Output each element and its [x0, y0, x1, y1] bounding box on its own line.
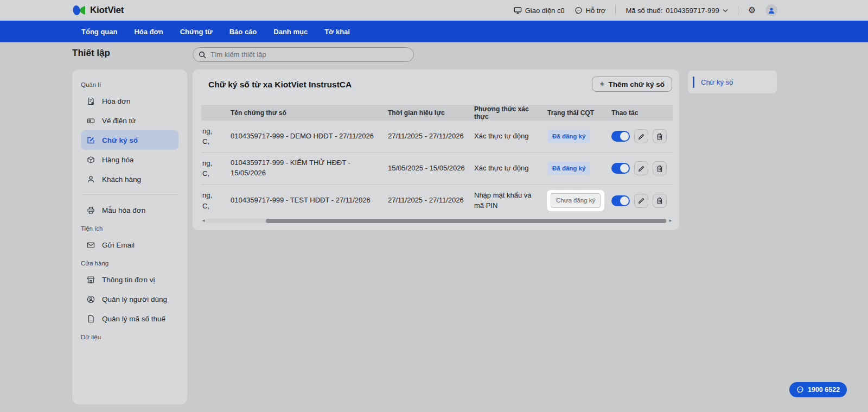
sidebar-item-ve-dien-tu[interactable]: Vé điện tử: [81, 111, 178, 130]
support-label: Hỗ trợ: [586, 7, 606, 15]
sidebar-item-chu-ky-so[interactable]: Chữ ký số: [81, 130, 178, 150]
enable-toggle[interactable]: [611, 131, 630, 142]
tax-document-icon: [86, 314, 95, 323]
sidebar-section-data: Dữ liệu: [81, 334, 178, 340]
brand-logo[interactable]: KiotViet: [72, 0, 124, 21]
row-actions: [611, 129, 673, 143]
table-header-row: Tên chứng thư số Thời gian hiệu lực Phươ…: [201, 105, 673, 121]
edit-button[interactable]: [634, 161, 648, 175]
clipped-cell: ng, C,: [201, 190, 231, 211]
anchor-active-bar: [693, 77, 694, 88]
sidebar-item-label: Gửi Email: [102, 241, 135, 249]
anchor-nav-panel: Chữ ký số: [688, 71, 777, 93]
top-header-bar: KiotViet Giao diện cũ: [0, 0, 868, 21]
edit-button[interactable]: [634, 129, 648, 143]
chat-icon: [796, 386, 804, 394]
sidebar-section-utilities: Tiện ích: [81, 225, 178, 232]
package-icon: [86, 155, 95, 164]
horizontal-scrollbar: ◄ ►: [201, 218, 673, 224]
sidebar-item-label: Mẫu hóa đơn: [102, 206, 145, 214]
hotline-number: 1900 6522: [808, 386, 840, 394]
cqt-status: Chưa đăng ký: [547, 191, 611, 211]
search-icon: [199, 51, 206, 59]
page-title: Thiết lập: [72, 48, 110, 59]
col-actions: Thao tác: [611, 109, 673, 117]
sidebar-item-khach-hang[interactable]: Khách hàng: [81, 169, 178, 189]
search-input[interactable]: [210, 50, 408, 59]
row-actions: [611, 161, 673, 175]
settings-search: [193, 47, 414, 62]
sidebar-item-hoa-don[interactable]: Hóa đơn: [81, 91, 178, 111]
auth-method: Xác thực tự động: [474, 131, 547, 142]
screen: KiotViet Giao diện cũ: [0, 0, 868, 412]
edit-button[interactable]: [634, 194, 648, 208]
old-interface-label: Giao diện cũ: [525, 7, 565, 15]
cqt-status: Đã đăng ký: [547, 162, 611, 175]
certificate-name: 0104359717-999 - DEMO HĐĐT - 27/11/2026: [231, 131, 388, 142]
nav-hoa-don[interactable]: Hóa đơn: [134, 28, 163, 36]
nav-tong-quan[interactable]: Tổng quan: [81, 28, 117, 36]
sidebar-item-label: Quản lý người dùng: [102, 295, 167, 303]
kiotviet-logo-icon: [72, 4, 86, 17]
tax-code-label: Mã số thuế:: [626, 7, 662, 15]
avatar[interactable]: [765, 4, 777, 16]
support-hotline-button[interactable]: 1900 6522: [789, 382, 847, 397]
sidebar-item-label: Chữ ký số: [102, 136, 138, 144]
support-link[interactable]: Hỗ trợ: [575, 7, 606, 15]
sidebar-item-label: Vé điện tử: [102, 117, 136, 125]
scroll-right-arrow[interactable]: ►: [668, 219, 673, 223]
table-row: ng, C, 0104359717-999 - DEMO HĐĐT - 27/1…: [201, 121, 673, 153]
user-circle-icon: [86, 295, 95, 303]
old-interface-link[interactable]: Giao diện cũ: [514, 7, 565, 15]
certificate-name: 0104359717-999 - TEST HĐĐT - 27/11/2026: [231, 195, 388, 206]
store-icon: [86, 275, 95, 284]
nav-to-khai[interactable]: Tờ khai: [324, 28, 350, 36]
plus-icon: +: [599, 80, 604, 88]
sidebar-item-quan-ly-ma-so-thue[interactable]: Quản lý mã số thuế: [81, 309, 178, 328]
sidebar-item-thong-tin-don-vi[interactable]: Thông tin đơn vị: [81, 270, 178, 289]
sidebar-section-store: Cửa hàng: [81, 260, 178, 267]
enable-toggle[interactable]: [611, 195, 630, 206]
chevron-down-icon: [723, 9, 728, 12]
table-row: ng, C, 0104359717-999 - TEST HĐĐT - 27/1…: [201, 185, 673, 217]
scrollbar-track[interactable]: [206, 219, 668, 223]
printer-icon: [86, 206, 95, 214]
ticket-icon: [86, 116, 95, 125]
nav-chung-tu[interactable]: Chứng từ: [180, 28, 213, 36]
sidebar-item-label: Khách hàng: [102, 175, 141, 183]
validity-period: 15/05/2025 - 15/05/2026: [388, 163, 474, 174]
delete-button[interactable]: [653, 161, 667, 175]
sidebar-item-gui-email[interactable]: Gửi Email: [81, 235, 178, 255]
scrollbar-thumb[interactable]: [266, 219, 666, 223]
nav-bao-cao[interactable]: Báo cáo: [229, 28, 257, 36]
scroll-left-arrow[interactable]: ◄: [201, 219, 206, 223]
nav-danh-muc[interactable]: Danh mục: [273, 28, 308, 36]
gear-icon[interactable]: ⚙: [748, 6, 756, 15]
sidebar-divider: [82, 194, 177, 195]
delete-button[interactable]: [653, 129, 667, 143]
tax-code-selector[interactable]: Mã số thuế: 0104359717-999: [626, 7, 727, 15]
monitor-icon: [514, 7, 522, 14]
sidebar-item-quan-ly-nguoi-dung[interactable]: Quản lý người dùng: [81, 289, 178, 309]
enable-toggle[interactable]: [611, 163, 630, 174]
delete-button[interactable]: [653, 194, 667, 208]
chat-bubble-icon: [575, 7, 583, 15]
validity-period: 27/11/2025 - 27/11/2026: [388, 131, 474, 142]
sidebar-section-manage: Quản lí: [81, 81, 178, 88]
sidebar-item-hang-hoa[interactable]: Hàng hóa: [81, 150, 178, 169]
status-badge-unregistered: Chưa đăng ký: [551, 193, 601, 208]
status-spotlight: Chưa đăng ký: [547, 191, 604, 211]
mail-icon: [86, 240, 95, 249]
sidebar-item-label: Quản lý mã số thuế: [102, 315, 165, 323]
col-validity: Thời gian hiệu lực: [388, 109, 474, 117]
add-signature-button[interactable]: + Thêm chữ ký số: [592, 77, 672, 92]
tax-code-value: 0104359717-999: [666, 7, 719, 15]
certificate-name: 0104359717-999 - KIỂM THỬ HĐĐT - 15/05/2…: [231, 158, 388, 179]
main-navigation: Tổng quan Hóa đơn Chứng từ Báo cáo Danh …: [0, 21, 868, 42]
brand-name: KiotViet: [90, 5, 124, 16]
col-name: Tên chứng thư số: [231, 109, 388, 117]
sidebar-item-mau-hoa-don[interactable]: Mẫu hóa đơn: [81, 200, 178, 220]
auth-method: Nhập mật khẩu và mã PIN: [474, 191, 547, 211]
digital-signature-panel: Chữ ký số từ xa KiotViet InstrustCA + Th…: [193, 69, 679, 230]
anchor-link-chu-ky-so[interactable]: Chữ ký số: [701, 78, 733, 86]
